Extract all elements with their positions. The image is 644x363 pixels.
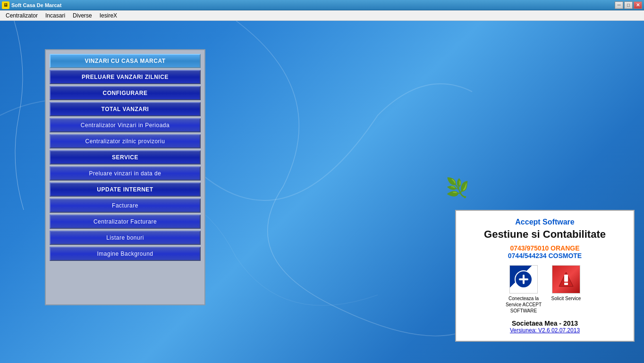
btn-facturare[interactable]: Facturare: [50, 199, 201, 213]
btn-centralizator-facturare[interactable]: Centralizator Facturare: [50, 215, 201, 229]
service-icon-item[interactable]: Solicit Service: [547, 265, 585, 314]
btn-imagine[interactable]: Imagine Background: [50, 247, 201, 261]
accept-software-label: Accept Software: [463, 218, 627, 226]
menu-iesire[interactable]: IesireX: [96, 11, 121, 20]
svg-rect-3: [523, 275, 525, 284]
company-name: Societaea Mea - 2013: [463, 320, 627, 327]
close-button[interactable]: ✕: [634, 1, 642, 9]
teamviewer-icon-item[interactable]: Conecteaza la Service ACCEPT SOFTWARE: [505, 265, 542, 314]
svg-rect-6: [564, 283, 568, 285]
maximize-button[interactable]: □: [624, 1, 633, 9]
phone-orange: 0743/975010 ORANGE: [463, 244, 627, 252]
info-box: Accept Software Gestiune si Contabilitat…: [455, 210, 635, 342]
menu-incasari[interactable]: Incasari: [42, 11, 69, 20]
plant-decoration: 🌿: [446, 177, 469, 199]
btn-centralizator-zilnic[interactable]: Centralizator zilnic provizoriu: [50, 134, 201, 148]
btn-preluare-data[interactable]: Preluare vinzari in data de: [50, 166, 201, 181]
panel-spacer: [50, 263, 201, 301]
window-controls: ─ □ ✕: [615, 1, 642, 9]
svg-rect-5: [564, 275, 568, 282]
minimize-button[interactable]: ─: [615, 1, 623, 9]
service-label: Solicit Service: [551, 295, 581, 302]
btn-preluare[interactable]: PRELUARE VANZARI ZILNICE: [50, 70, 201, 84]
btn-update[interactable]: UPDATE INTERNET: [50, 182, 201, 197]
window-title: Soft Casa De Marcat: [11, 2, 615, 8]
main-area: VINZARI CU CASA MARCAT PRELUARE VANZARI …: [0, 21, 644, 363]
btn-centralizator-perioada[interactable]: Centralizator Vinzari in Perioada: [50, 118, 201, 132]
btn-total[interactable]: TOTAL VANZARI: [50, 102, 201, 116]
menu-diverse[interactable]: Diverse: [69, 11, 96, 20]
btn-vinzari[interactable]: VINZARI CU CASA MARCAT: [50, 54, 201, 68]
menu-centralizator[interactable]: Centralizator: [2, 11, 42, 20]
teamviewer-label: Conecteaza la Service ACCEPT SOFTWARE: [505, 295, 542, 314]
app-icon: 🖥: [2, 1, 9, 9]
btn-listare-bonuri[interactable]: Listare bonuri: [50, 231, 201, 245]
left-panel: VINZARI CU CASA MARCAT PRELUARE VANZARI …: [45, 49, 205, 305]
version-label: Versiunea: V2.6 02.07.2013: [463, 327, 627, 334]
desktop-icons: Conecteaza la Service ACCEPT SOFTWARE So…: [463, 265, 627, 314]
menubar: Centralizator Incasari Diverse IesireX: [0, 10, 644, 21]
titlebar: 🖥 Soft Casa De Marcat ─ □ ✕: [0, 0, 644, 10]
app-title: Gestiune si Contabilitate: [463, 228, 627, 241]
teamviewer-icon: [509, 265, 538, 294]
phone-cosmote: 0744/544234 COSMOTE: [463, 252, 627, 259]
btn-configurare[interactable]: CONFIGURARE: [50, 86, 201, 100]
btn-service[interactable]: SERVICE: [50, 150, 201, 164]
service-icon: [552, 265, 580, 294]
